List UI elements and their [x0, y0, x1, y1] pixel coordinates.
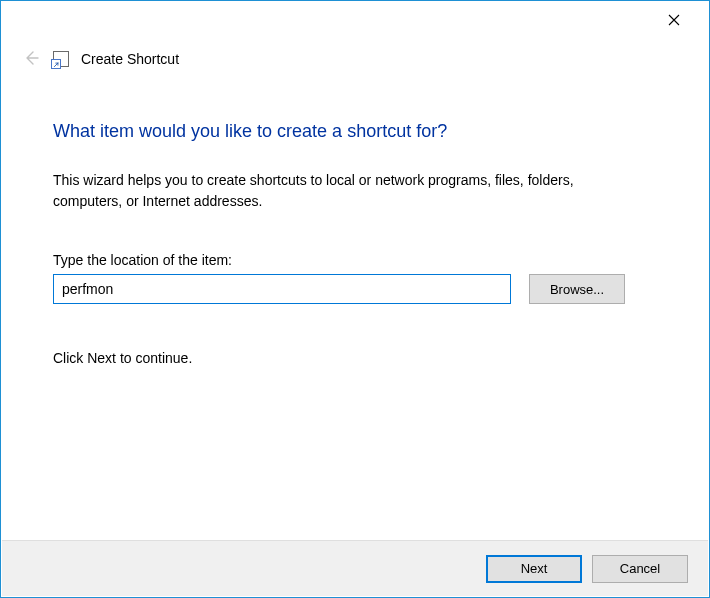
- back-button: [21, 49, 41, 69]
- location-row: Browse...: [53, 274, 657, 304]
- continue-hint: Click Next to continue.: [53, 350, 657, 366]
- next-button[interactable]: Next: [486, 555, 582, 583]
- wizard-content: What item would you like to create a sho…: [1, 69, 709, 366]
- browse-button[interactable]: Browse...: [529, 274, 625, 304]
- shortcut-icon: [53, 51, 69, 67]
- page-heading: What item would you like to create a sho…: [53, 121, 657, 142]
- page-description: This wizard helps you to create shortcut…: [53, 170, 633, 212]
- close-icon: [668, 14, 680, 29]
- location-input[interactable]: [53, 274, 511, 304]
- back-arrow-icon: [23, 50, 39, 69]
- wizard-title: Create Shortcut: [81, 51, 179, 67]
- cancel-button[interactable]: Cancel: [592, 555, 688, 583]
- titlebar: [1, 1, 709, 41]
- location-label: Type the location of the item:: [53, 252, 657, 268]
- wizard-header: Create Shortcut: [1, 41, 709, 69]
- close-button[interactable]: [661, 8, 687, 34]
- wizard-footer: Next Cancel: [2, 540, 708, 596]
